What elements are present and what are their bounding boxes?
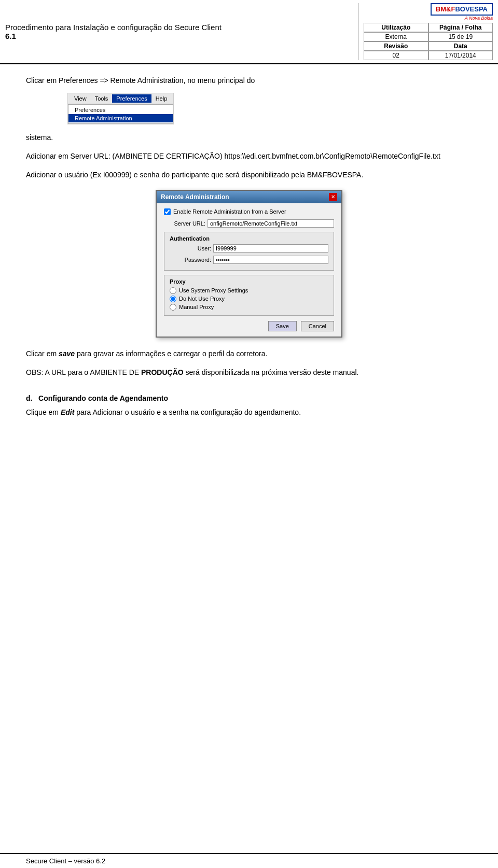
header-meta: BM&FBOVESPA A Nova Bolsa Utilização Pági… <box>358 3 493 60</box>
data-value: 17/01/2014 <box>428 51 493 60</box>
proxy-label-none: Do Not Use Proxy <box>179 296 225 302</box>
server-url-label: Server URL: <box>164 220 205 227</box>
dialog-titlebar: Remote Administration ✕ <box>157 191 341 203</box>
proxy-option-3: Manual Proxy <box>170 304 328 311</box>
page-header: Procedimento para Instalação e configura… <box>0 0 498 64</box>
logo-box: BM&FBOVESPA <box>431 3 493 16</box>
para5-prefix: OBS: A URL para o AMBIENTE DE <box>26 368 141 376</box>
section-d-letter: d. <box>26 394 32 402</box>
section-d-bold: Edit <box>61 408 74 416</box>
menu-help: Help <box>151 94 172 103</box>
enable-checkbox[interactable] <box>164 208 171 215</box>
section-d-text: Clique em Edit para Adicionar o usuário … <box>26 407 472 419</box>
dialog-close-button[interactable]: ✕ <box>329 193 337 201</box>
dialog-cancel-button[interactable]: Cancel <box>301 321 334 331</box>
menu-preferences: Preferences <box>112 94 151 103</box>
dialog-body: Enable Remote Administration from a Serv… <box>157 203 341 337</box>
proxy-option-1: Use System Proxy Settings <box>170 287 328 294</box>
menu-view: View <box>70 94 91 103</box>
dialog-save-button[interactable]: Save <box>268 321 297 331</box>
menu-tools: Tools <box>91 94 113 103</box>
dd-remote-admin: Remote Administration <box>68 114 173 122</box>
para5-bold: PRODUÇÃO <box>141 368 184 376</box>
section-d: d. Configurando conta de Agendamento Cli… <box>26 394 472 419</box>
header-fields: Utilização Página / Folha Externa 15 de … <box>364 23 493 60</box>
para5: OBS: A URL para o AMBIENTE DE PRODUÇÃO s… <box>26 367 472 379</box>
footer-text: Secure Client – versão 6.2 <box>26 857 105 865</box>
revisao-value: 02 <box>364 51 428 60</box>
para4-suffix: para gravar as informações e carregar o … <box>75 349 267 358</box>
password-input[interactable] <box>213 256 328 264</box>
section-d-suffix: para Adicionar o usuário e a senha na co… <box>74 408 301 416</box>
proxy-title: Proxy <box>170 278 328 285</box>
para3: Adicionar o usuário (Ex I000999) e senha… <box>26 169 472 181</box>
dialog-screenshot: Remote Administration ✕ Enable Remote Ad… <box>26 190 472 338</box>
proxy-label-system: Use System Proxy Settings <box>179 287 248 293</box>
dialog-title: Remote Administration <box>161 193 229 201</box>
logo-tagline: A Nova Bolsa <box>364 16 493 21</box>
user-input[interactable] <box>213 244 328 253</box>
para1-text: Clicar em Preferences => Remote Administ… <box>26 76 255 85</box>
user-row: User: <box>170 244 328 253</box>
proxy-option-2: Do Not Use Proxy <box>170 296 328 302</box>
auth-title: Authentication <box>170 235 328 242</box>
user-label: User: <box>170 245 211 251</box>
menu-bar: View Tools Preferences Help <box>68 93 173 104</box>
sistema-label-row: sistema. <box>26 132 472 144</box>
server-url-row: Server URL: <box>164 219 334 228</box>
proxy-section: Proxy Use System Proxy Settings Do Not U… <box>164 275 334 316</box>
password-row: Password: <box>170 256 328 264</box>
para4-bold: save <box>59 349 75 358</box>
proxy-radio-manual[interactable] <box>170 304 176 311</box>
logo-area: BM&FBOVESPA A Nova Bolsa <box>364 3 493 21</box>
password-label: Password: <box>170 257 211 263</box>
para2-text: Adicionar em Server URL: (AMBINETE DE CE… <box>26 152 440 160</box>
page-content: Clicar em Preferences => Remote Administ… <box>0 64 498 446</box>
enable-label: Enable Remote Administration from a Serv… <box>173 208 286 215</box>
section-d-heading: d. Configurando conta de Agendamento <box>26 394 472 402</box>
menu-dropdown: Preferences Remote Administration <box>68 104 173 124</box>
page-footer: Secure Client – versão 6.2 <box>0 853 498 868</box>
para1: Clicar em Preferences => Remote Administ… <box>26 75 472 87</box>
menu-screenshot-container: View Tools Preferences Help Preferences … <box>26 93 472 124</box>
utilizacao-label: Utilização <box>364 23 428 32</box>
section-d-title: Configurando conta de Agendamento <box>34 394 168 402</box>
title-line1: Procedimento para Instalação e configura… <box>5 23 222 32</box>
remote-admin-dialog: Remote Administration ✕ Enable Remote Ad… <box>156 190 342 338</box>
para5-suffix: será disponibilizada na próxima versão d… <box>184 368 359 376</box>
dialog-buttons: Save Cancel <box>164 321 334 331</box>
section-d-prefix: Clique em <box>26 408 61 416</box>
utilizacao-value: Externa <box>364 32 428 41</box>
para4-prefix: Clicar em <box>26 349 59 358</box>
para4: Clicar em save para gravar as informaçõe… <box>26 348 472 360</box>
para2: Adicionar em Server URL: (AMBINETE DE CE… <box>26 150 472 163</box>
server-url-input[interactable] <box>208 219 334 228</box>
revisao-label: Revisão <box>364 41 428 51</box>
proxy-radio-system[interactable] <box>170 287 176 294</box>
auth-section: Authentication User: Password: <box>164 232 334 271</box>
title-line2: 6.1 <box>5 32 222 40</box>
proxy-label-manual: Manual Proxy <box>179 304 214 310</box>
para3-text: Adicionar o usuário (Ex I000999) e senha… <box>26 171 363 179</box>
dd-preferences: Preferences <box>68 106 173 114</box>
pagina-value: 15 de 19 <box>428 32 493 41</box>
sistema-text: sistema <box>26 133 51 142</box>
document-title: Procedimento para Instalação e configura… <box>5 3 358 60</box>
menu-screenshot: View Tools Preferences Help Preferences … <box>67 93 174 124</box>
data-label: Data <box>428 41 493 51</box>
proxy-radio-none[interactable] <box>170 296 176 302</box>
enable-checkbox-row: Enable Remote Administration from a Serv… <box>164 208 334 215</box>
pagina-label: Página / Folha <box>428 23 493 32</box>
